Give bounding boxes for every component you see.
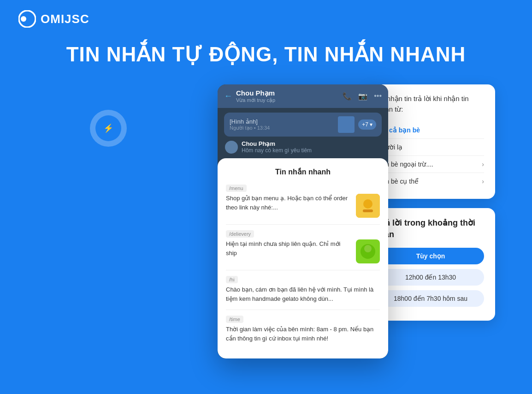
friends-card-title: ng nhận tin trả lời khi nhận tin nhắn từ… [377,94,484,114]
phone-card: ← Chou Phạm Vừa mới truy cập 📞 📷 ••• [Hì… [218,84,388,358]
logo: OMIJSC [18,10,89,28]
friends-option-4[interactable]: Bạn bè cụ thể › [377,173,484,190]
svg-point-1 [21,16,26,22]
qm-item-1: /menu Shop gửi bạn menu ạ. Hoặc bạn có t… [226,184,380,218]
divider-3 [226,310,380,310]
contact-name: Chou Phạm [236,89,275,97]
more-icon[interactable]: ••• [374,92,382,101]
chat-preview: Hôm nay có kem gì yêu tiêm [242,147,312,154]
message-bubble: [Hình ảnh] Người tạo • 13:34 +7 ▾ [224,113,382,137]
phone-topbar-right: 📞 📷 ••• [343,92,382,101]
svg-text:⚡: ⚡ [103,123,114,133]
header: OMIJSC [0,0,532,38]
time-btn-1800[interactable]: 18h00 đến 7h30 hôm sau [377,290,484,307]
time-card-title: Trả lời trong khoảng thời gian [377,217,484,240]
qm-item-4: /time Thời gian làm việc của bên mình: 8… [226,315,380,343]
quick-msg-card: Tin nhắn nhanh /menu Shop gửi bạn menu ạ… [218,158,388,358]
contact-sub: Vừa mới truy cập [236,97,275,103]
time-btn-custom[interactable]: Tùy chọn [377,248,484,264]
content-area: ⚡ ← Chou Phạm Vừa mới truy cập 📞 📷 ••• [0,84,532,358]
qm-tag-1: /menu [226,185,247,192]
qm-text-2: Hiện tại mình chưa ship liên quận. Chỉ m… [226,239,351,257]
call-icon[interactable]: 📞 [343,92,352,101]
message-meta: Người tạo • 13:34 [230,125,270,131]
qm-row-2: Hiện tại mình chưa ship liên quận. Chỉ m… [226,239,380,263]
lightning-inner: ⚡ [95,115,121,141]
qm-row-3: Chào bạn, cám ơn bạn đã liên hệ với mình… [226,285,380,303]
chevron-down-icon: ▾ [370,121,372,128]
chat-name: Chou Phạm [242,140,312,147]
qm-text-4: Thời gian làm việc của bên mình: 8am - 8… [226,325,380,343]
friends-option-1[interactable]: Tất cả bạn bè [377,122,484,139]
lightning-circle: ⚡ [90,110,127,147]
phone-wrapper: ← Chou Phạm Vừa mới truy cập 📞 📷 ••• [Hì… [218,84,388,358]
lightning-icon: ⚡ [102,122,115,135]
qm-row-1: Shop gửi bạn menu ạ. Hoặc bạn có thể ord… [226,194,380,218]
qm-text-1: Shop gửi bạn menu ạ. Hoặc bạn có thể ord… [226,194,351,212]
qm-item-2: /delievery Hiện tại mình chưa ship liên … [226,229,380,263]
avatar [225,141,238,154]
chat-info: Chou Phạm Hôm nay có kem gì yêu tiêm [242,140,312,154]
time-btn-1230[interactable]: 12h00 đến 13h30 [377,269,484,286]
back-arrow-icon[interactable]: ← [224,91,232,101]
divider-2 [226,270,380,270]
contact-info: Chou Phạm Vừa mới truy cập [236,89,275,103]
divider-1 [226,224,380,225]
chevron-right-icon-1: › [482,161,484,168]
plus7-btn[interactable]: +7 ▾ [358,119,376,130]
main-title: TIN NHẮN TỰ ĐỘNG, TIN NHẮN NHANH [0,42,532,66]
logo-icon [18,10,36,28]
phone-topbar-left: ← Chou Phạm Vừa mới truy cập [224,89,275,103]
friends-option-3[interactable]: Bạn bè ngoại trừ.... › [377,156,484,173]
qm-tag-3: /hi [226,276,238,283]
qm-row-4: Thời gian làm việc của bên mình: 8am - 8… [226,325,380,343]
svg-rect-6 [363,209,373,212]
logo-text: OMIJSC [41,12,89,26]
chat-row: Chou Phạm Hôm nay có kem gì yêu tiêm [224,140,382,154]
quick-msg-title: Tin nhắn nhanh [226,167,380,176]
svg-point-5 [363,199,372,209]
qm-tag-4: /time [226,316,243,323]
message-label: [Hình ảnh] [230,118,270,125]
svg-point-9 [364,245,372,252]
message-area: [Hình ảnh] Người tạo • 13:34 +7 ▾ Ch [218,108,388,158]
plus7-label: +7 [362,121,368,128]
qm-thumb-2 [356,239,380,263]
qm-thumb-1 [356,194,380,218]
qm-tag-2: /delievery [226,230,254,238]
qm-text-3: Chào bạn, cám ơn bạn đã liên hệ với mình… [226,285,380,303]
phone-topbar: ← Chou Phạm Vừa mới truy cập 📞 📷 ••• [218,84,388,108]
camera-icon[interactable]: 📷 [358,92,367,101]
friends-option-2[interactable]: Người lạ [377,139,484,156]
message-content: [Hình ảnh] Người tạo • 13:34 [230,118,270,131]
qm-item-3: /hi Chào bạn, cám ơn bạn đã liên hệ với … [226,275,380,303]
chevron-right-icon-2: › [482,178,484,185]
